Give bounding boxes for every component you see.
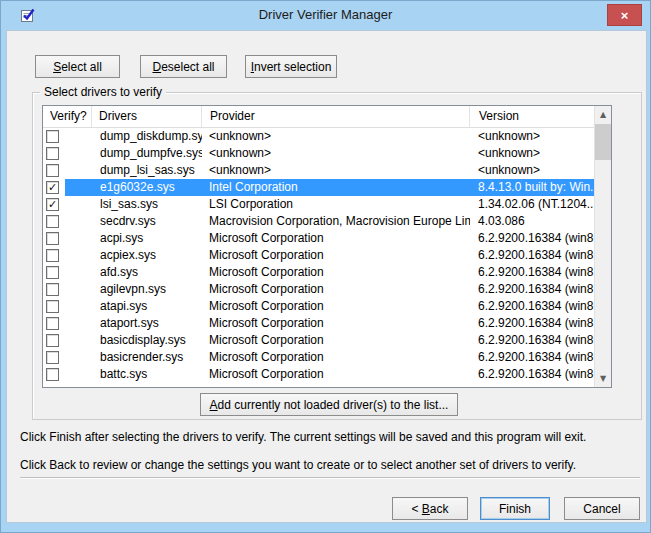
row-main: dump_lsi_sas.sys<unknown><unknown> [65, 162, 594, 179]
table-row[interactable]: agilevpn.sysMicrosoft Corporation6.2.920… [43, 281, 594, 298]
table-row[interactable]: acpiex.sysMicrosoft Corporation6.2.9200.… [43, 247, 594, 264]
driver-name: e1g6032e.sys [65, 179, 202, 196]
driver-name: lsi_sas.sys [65, 196, 202, 213]
driver-name: secdrv.sys [65, 213, 202, 230]
column-header-version[interactable]: Version [470, 106, 594, 127]
driver-list[interactable]: Verify? Drivers Provider Version dump_di… [42, 105, 612, 388]
vertical-scrollbar[interactable]: ▲ ▼ [594, 106, 611, 387]
verify-cell [43, 230, 65, 247]
cancel-button[interactable]: Cancel [564, 497, 640, 520]
driver-name: ataport.sys [65, 315, 202, 332]
driver-name: acpiex.sys [65, 247, 202, 264]
row-main: basicdisplay.sysMicrosoft Corporation6.2… [65, 332, 594, 349]
verify-checkbox[interactable] [46, 164, 59, 177]
verify-cell [43, 366, 65, 383]
label-post: nvert selection [254, 60, 331, 74]
row-main: battc.sysMicrosoft Corporation6.2.9200.1… [65, 366, 594, 383]
verify-cell [43, 213, 65, 230]
driver-name: basicrender.sys [65, 349, 202, 366]
label-post: elect all [61, 60, 102, 74]
verify-checkbox[interactable] [46, 368, 59, 381]
version-value: <unknown> [470, 128, 594, 145]
provider-name: <unknown> [202, 128, 470, 145]
verify-checkbox-checked[interactable]: ✓ [46, 198, 59, 211]
finish-instruction-text: Click Finish after selecting the drivers… [20, 430, 586, 444]
column-header-provider[interactable]: Provider [202, 106, 470, 127]
table-row[interactable]: battc.sysMicrosoft Corporation6.2.9200.1… [43, 366, 594, 383]
table-row[interactable]: dump_lsi_sas.sys<unknown><unknown> [43, 162, 594, 179]
table-row[interactable]: acpi.sysMicrosoft Corporation6.2.9200.16… [43, 230, 594, 247]
verify-cell [43, 298, 65, 315]
table-row[interactable]: atapi.sysMicrosoft Corporation6.2.9200.1… [43, 298, 594, 315]
titlebar: Driver Verifier Manager × [1, 1, 650, 30]
verify-cell: ✓ [43, 179, 65, 196]
finish-button[interactable]: Finish [480, 497, 550, 520]
table-row[interactable]: basicrender.sysMicrosoft Corporation6.2.… [43, 349, 594, 366]
column-header-verify[interactable]: Verify? [43, 106, 92, 127]
table-row[interactable]: secdrv.sysMacrovision Corporation, Macro… [43, 213, 594, 230]
verify-cell [43, 128, 65, 145]
verify-checkbox[interactable] [46, 249, 59, 262]
driver-name: dump_lsi_sas.sys [65, 162, 202, 179]
table-row[interactable]: ✓e1g6032e.sysIntel Corporation8.4.13.0 b… [43, 179, 594, 196]
driver-name: acpi.sys [65, 230, 202, 247]
provider-name: Microsoft Corporation [202, 281, 470, 298]
label-mnemonic: B [422, 502, 430, 516]
driver-name: battc.sys [65, 366, 202, 383]
row-main: ataport.sysMicrosoft Corporation6.2.9200… [65, 315, 594, 332]
scrollbar-thumb[interactable] [595, 124, 611, 160]
driver-verifier-window: Driver Verifier Manager × Select all Des… [0, 0, 651, 533]
column-header-drivers[interactable]: Drivers [92, 106, 202, 127]
groupbox-label: Select drivers to verify [40, 85, 166, 100]
table-row[interactable]: ✓lsi_sas.sysLSI Corporation1.34.02.06 (N… [43, 196, 594, 213]
provider-name: Microsoft Corporation [202, 298, 470, 315]
verify-checkbox[interactable] [46, 232, 59, 245]
label-pre: < [411, 502, 421, 516]
version-value: <unknown> [470, 162, 594, 179]
label-post: dd currently not loaded driver(s) to the… [218, 398, 449, 412]
scroll-down-icon[interactable]: ▼ [595, 370, 611, 387]
table-row[interactable]: ataport.sysMicrosoft Corporation6.2.9200… [43, 315, 594, 332]
table-row[interactable]: afd.sysMicrosoft Corporation6.2.9200.163… [43, 264, 594, 281]
provider-name: Microsoft Corporation [202, 315, 470, 332]
verify-checkbox[interactable] [46, 334, 59, 347]
provider-name: <unknown> [202, 145, 470, 162]
verify-checkbox[interactable] [46, 317, 59, 330]
deselect-all-button[interactable]: Deselect all [140, 55, 227, 78]
verify-checkbox[interactable] [46, 215, 59, 228]
verify-checkbox[interactable] [46, 266, 59, 279]
select-all-button[interactable]: Select all [35, 55, 120, 78]
table-row[interactable]: dump_dumpfve.sys<unknown><unknown> [43, 145, 594, 162]
verify-checkbox[interactable] [46, 283, 59, 296]
version-value: 1.34.02.06 (NT.1204... [470, 196, 594, 213]
provider-name: Microsoft Corporation [202, 332, 470, 349]
back-button[interactable]: < Back [392, 497, 468, 520]
row-main: dump_dumpfve.sys<unknown><unknown> [65, 145, 594, 162]
scroll-up-icon[interactable]: ▲ [595, 106, 611, 123]
verify-checkbox[interactable] [46, 300, 59, 313]
driver-name: agilevpn.sys [65, 281, 202, 298]
table-row[interactable]: basicdisplay.sysMicrosoft Corporation6.2… [43, 332, 594, 349]
invert-selection-button[interactable]: Invert selection [245, 55, 337, 78]
version-value: 6.2.9200.16384 (win8... [470, 332, 594, 349]
verify-cell [43, 349, 65, 366]
table-row[interactable]: dump_diskdump.sys<unknown><unknown> [43, 128, 594, 145]
provider-name: LSI Corporation [202, 196, 470, 213]
dialog-body: Select all Deselect all Invert selection… [6, 30, 647, 523]
driver-list-rows: dump_diskdump.sys<unknown><unknown>dump_… [43, 128, 594, 383]
close-button[interactable]: × [607, 4, 642, 26]
verify-checkbox-checked[interactable]: ✓ [46, 181, 59, 194]
driver-name: dump_dumpfve.sys [65, 145, 202, 162]
verify-cell [43, 247, 65, 264]
verify-checkbox[interactable] [46, 351, 59, 364]
verify-checkbox[interactable] [46, 130, 59, 143]
label-mnemonic: S [53, 60, 61, 74]
version-value: 6.2.9200.16384 (win8... [470, 315, 594, 332]
provider-name: <unknown> [202, 162, 470, 179]
label-mnemonic: D [152, 60, 161, 74]
version-value: 6.2.9200.16384 (win8... [470, 247, 594, 264]
add-not-loaded-drivers-button[interactable]: Add currently not loaded driver(s) to th… [200, 393, 458, 416]
verify-checkbox[interactable] [46, 147, 59, 160]
version-value: 6.2.9200.16384 (win8... [470, 298, 594, 315]
verify-cell [43, 162, 65, 179]
